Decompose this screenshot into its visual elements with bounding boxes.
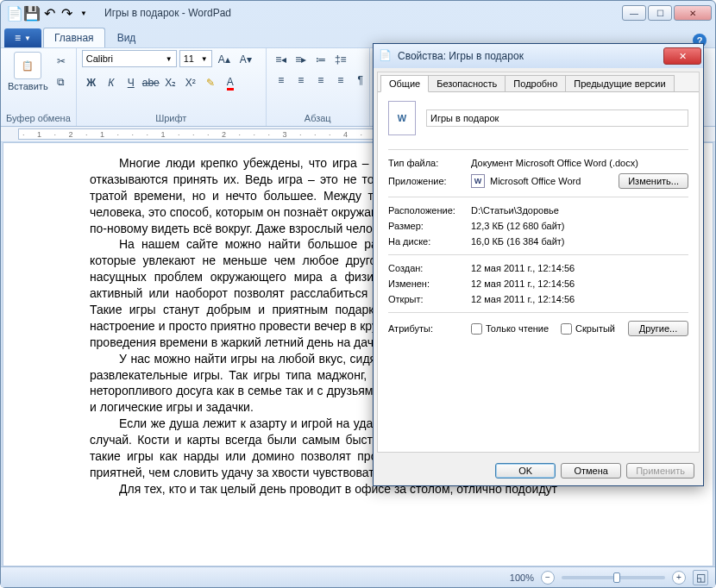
maximize-button[interactable]: ☐: [648, 5, 672, 21]
highlight-button[interactable]: ✎: [201, 73, 220, 92]
superscript-button[interactable]: X²: [181, 73, 200, 92]
increase-indent-icon[interactable]: ≡▸: [292, 50, 311, 69]
chevron-down-icon: ▼: [166, 55, 173, 63]
tab-general[interactable]: Общие: [380, 75, 429, 92]
copy-icon[interactable]: ⧉: [52, 72, 71, 91]
divider: [388, 197, 688, 197]
align-left-icon[interactable]: ≡: [272, 71, 291, 90]
divider: [388, 312, 688, 313]
value-type: Документ Microsoft Office Word (.docx): [471, 158, 688, 168]
minimize-button[interactable]: —: [622, 5, 646, 21]
readonly-checkbox[interactable]: Только чтение: [471, 323, 549, 335]
label-app: Приложение:: [388, 176, 471, 186]
label-location: Расположение:: [388, 205, 471, 216]
zoom-out-button[interactable]: −: [541, 571, 555, 585]
divider: [388, 254, 688, 255]
dialog-tabs: Общие Безопасность Подробно Предыдущие в…: [378, 72, 699, 92]
strike-button[interactable]: abe: [141, 73, 160, 92]
group-font: Calibri▼ 11▼ A▴ A▾ Ж К Ч abe X₂ X² ✎ A Ш…: [77, 48, 267, 126]
justify-icon[interactable]: ≡: [331, 71, 350, 90]
tab-content-general: W Тип файла:Документ Microsoft Office Wo…: [378, 92, 699, 452]
bullets-icon[interactable]: ≔: [311, 50, 330, 69]
zoom-slider[interactable]: [562, 576, 665, 579]
value-created: 12 мая 2011 г., 12:14:56: [471, 263, 688, 273]
apply-button[interactable]: Применить: [626, 463, 694, 479]
hidden-checkbox[interactable]: Скрытый: [561, 323, 615, 335]
label-created: Создан:: [388, 263, 471, 273]
other-attrs-button[interactable]: Другие...: [628, 321, 688, 336]
dialog-icon: 📄: [379, 49, 393, 63]
align-center-icon[interactable]: ≡: [292, 71, 311, 90]
redo-icon[interactable]: ↷: [60, 6, 73, 20]
chevron-down-icon: ▼: [24, 34, 31, 42]
paragraph-dialog-icon[interactable]: ¶: [351, 71, 370, 90]
grow-font-icon[interactable]: A▴: [215, 50, 234, 69]
ok-button[interactable]: OK: [495, 463, 556, 479]
close-button[interactable]: ✕: [674, 5, 712, 21]
dialog-button-bar: OK Отмена Применить: [374, 456, 703, 485]
bold-button[interactable]: Ж: [82, 73, 101, 92]
value-location: D:\Статьи\Здоровье: [471, 205, 688, 216]
align-right-icon[interactable]: ≡: [311, 71, 330, 90]
label-attrs: Атрибуты:: [388, 323, 471, 334]
group-paragraph: ≡◂ ≡▸ ≔ ‡≡ ≡ ≡ ≡ ≡ ¶ Абзац: [267, 48, 370, 126]
cancel-button[interactable]: Отмена: [561, 463, 621, 479]
zoom-level: 100%: [510, 572, 534, 583]
paste-button[interactable]: 📋 Вставить: [6, 50, 50, 93]
file-menu-icon: ≡: [15, 32, 21, 44]
tab-security[interactable]: Безопасность: [428, 75, 506, 91]
window-controls: — ☐ ✕: [622, 5, 712, 21]
quick-access-toolbar: 📄 💾 ↶ ↷ ▼: [8, 6, 91, 20]
clipboard-icon: 📋: [14, 52, 41, 79]
label-accessed: Открыт:: [388, 294, 471, 304]
label-ondisk: На диске:: [388, 236, 471, 247]
divider: [388, 149, 688, 150]
dialog-close-button[interactable]: ✕: [663, 47, 701, 65]
tab-previous[interactable]: Предыдущие версии: [565, 75, 674, 91]
tab-home[interactable]: Главная: [43, 28, 105, 47]
font-color-button[interactable]: A: [221, 73, 240, 92]
dialog-title: Свойства: Игры в подарок: [398, 50, 524, 62]
filename-input[interactable]: [426, 109, 688, 127]
value-size: 12,3 КБ (12 680 байт): [471, 221, 688, 231]
tab-view[interactable]: Вид: [107, 28, 147, 47]
value-ondisk: 16,0 КБ (16 384 байт): [471, 236, 688, 247]
zoom-in-button[interactable]: +: [672, 571, 686, 585]
group-label-font: Шрифт: [82, 112, 261, 124]
app-icon: 📄: [8, 6, 22, 20]
font-size-combo[interactable]: 11▼: [179, 50, 212, 67]
tab-details[interactable]: Подробно: [505, 75, 566, 91]
font-name-combo[interactable]: Calibri▼: [82, 50, 177, 67]
label-modified: Изменен:: [388, 278, 471, 289]
value-modified: 12 мая 2011 г., 12:14:56: [471, 278, 688, 289]
view-mode-icon[interactable]: ◱: [693, 570, 708, 585]
change-app-button[interactable]: Изменить...: [619, 173, 688, 189]
properties-dialog: 📄 Свойства: Игры в подарок ✕ Общие Безоп…: [373, 43, 704, 486]
titlebar: 📄 💾 ↶ ↷ ▼ Игры в подарок - WordPad — ☐ ✕: [1, 1, 715, 25]
word-app-icon: W: [471, 174, 485, 188]
qat-dropdown-icon[interactable]: ▼: [77, 6, 91, 20]
save-icon[interactable]: 💾: [25, 6, 39, 20]
line-spacing-icon[interactable]: ‡≡: [331, 50, 350, 69]
subscript-button[interactable]: X₂: [161, 73, 180, 92]
chevron-down-icon: ▼: [201, 55, 208, 63]
value-app: Microsoft Office Word: [490, 176, 581, 186]
zoom-thumb[interactable]: [613, 572, 620, 583]
undo-icon[interactable]: ↶: [42, 6, 56, 20]
decrease-indent-icon[interactable]: ≡◂: [272, 50, 291, 69]
file-menu[interactable]: ≡▼: [4, 28, 41, 47]
underline-button[interactable]: Ч: [122, 73, 141, 92]
paste-label: Вставить: [8, 81, 48, 91]
italic-button[interactable]: К: [102, 73, 121, 92]
shrink-font-icon[interactable]: A▾: [236, 50, 255, 69]
label-size: Размер:: [388, 221, 471, 231]
value-accessed: 12 мая 2011 г., 12:14:56: [471, 294, 688, 304]
cut-icon[interactable]: ✂: [52, 52, 71, 71]
window-title: Игры в подарок - WordPad: [104, 7, 231, 19]
group-clipboard: 📋 Вставить ✂ ⧉ Буфер обмена: [1, 48, 77, 126]
doc-large-icon: W: [388, 101, 416, 135]
label-type: Тип файла:: [388, 158, 471, 168]
dialog-body: Общие Безопасность Подробно Предыдущие в…: [377, 72, 700, 453]
group-label-paragraph: Абзац: [272, 112, 364, 124]
dialog-titlebar[interactable]: 📄 Свойства: Игры в подарок ✕: [374, 44, 703, 68]
